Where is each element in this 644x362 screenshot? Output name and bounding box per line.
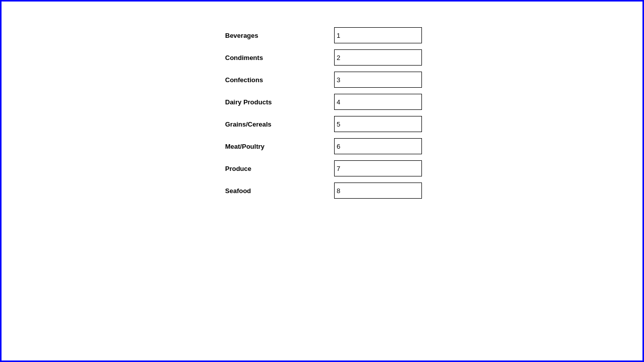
category-label-4: Grains/Cereals: [221, 115, 332, 133]
category-input-1[interactable]: [334, 49, 422, 66]
input-cell-7: [332, 179, 423, 202]
category-input-3[interactable]: [334, 94, 422, 110]
category-input-2[interactable]: [334, 72, 422, 88]
input-cell-3: [332, 91, 423, 113]
category-label-5: Meat/Poultry: [221, 138, 332, 155]
category-input-5[interactable]: [334, 138, 422, 154]
category-label-7: Seafood: [221, 182, 332, 200]
category-label-6: Produce: [221, 160, 332, 177]
input-cell-6: [332, 157, 423, 179]
input-cell-0: [332, 24, 423, 46]
category-input-4[interactable]: [334, 116, 422, 132]
input-cell-2: [332, 69, 423, 91]
page-container: BeveragesCondimentsConfectionsDairy Prod…: [2, 2, 642, 202]
category-input-0[interactable]: [334, 27, 422, 43]
category-input-6[interactable]: [334, 160, 422, 176]
input-cell-5: [332, 135, 423, 157]
category-label-1: Condiments: [221, 49, 332, 67]
input-cell-1: [332, 46, 423, 69]
form-grid: BeveragesCondimentsConfectionsDairy Prod…: [221, 24, 423, 202]
category-label-0: Beverages: [221, 27, 332, 44]
input-cell-4: [332, 113, 423, 135]
category-input-7[interactable]: [334, 183, 422, 199]
category-label-2: Confections: [221, 71, 332, 89]
category-label-3: Dairy Products: [221, 93, 332, 111]
